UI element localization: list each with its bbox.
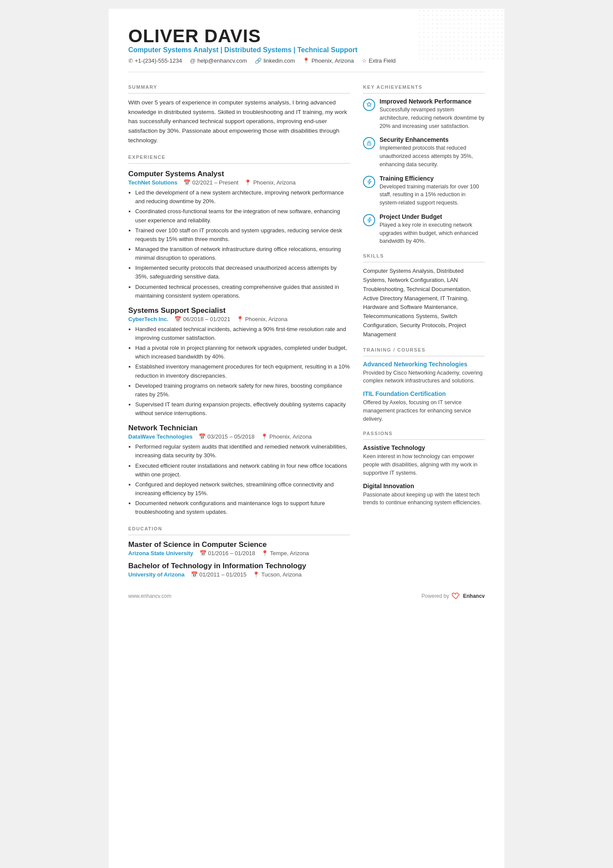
location-icon: 📍 xyxy=(303,57,310,64)
ach-desc-1: Successfully revamped system architectur… xyxy=(380,106,485,130)
lock-icon xyxy=(366,140,372,146)
email-contact: @ help@enhancv.com xyxy=(190,57,247,64)
footer: www.enhancv.com Powered by Enhancv xyxy=(128,593,485,600)
bullet-1-1: Led the development of a new system arch… xyxy=(135,188,350,206)
brand-name: Enhancv xyxy=(463,593,485,599)
bullet-3-2: Executed efficient router installations … xyxy=(135,462,350,479)
bullet-2-5: Supervised IT team during expansion proj… xyxy=(135,400,350,418)
left-column: SUMMARY With over 5 years of experience … xyxy=(128,77,350,580)
achievement-icon-3 xyxy=(363,176,375,188)
bullets-3: Performed regular system audits that ide… xyxy=(128,442,350,516)
achievement-3: Training Efficiency Developed training m… xyxy=(363,175,485,207)
job-meta-1: TechNet Solutions 📅 02/2021 – Present 📍 … xyxy=(128,179,350,186)
edu-loc-icon-1: 📍 xyxy=(261,550,268,556)
education-divider xyxy=(128,535,350,535)
ach-desc-2: Implemented protocols that reduced unaut… xyxy=(380,144,485,168)
header-divider xyxy=(128,72,485,72)
skills-section-title: SKILLS xyxy=(363,253,485,258)
job-title-3: Network Technician xyxy=(128,424,350,432)
dates-2: 📅 06/2018 – 01/2021 xyxy=(174,316,230,322)
bullet-2-1: Handled escalated technical incidents, a… xyxy=(135,325,350,342)
school-2: University of Arizona xyxy=(128,571,185,578)
job-title-1: Computer Systems Analyst xyxy=(128,170,350,178)
extra-icon: ☆ xyxy=(362,57,367,64)
main-content: SUMMARY With over 5 years of experience … xyxy=(128,77,485,580)
edu-cal-icon-2: 📅 xyxy=(191,571,198,578)
experience-section-title: EXPERIENCE xyxy=(128,154,350,160)
course-desc-1: Provided by Cisco Networking Academy, co… xyxy=(363,369,485,385)
enhancv-heart-icon xyxy=(451,593,461,600)
dates-3: 📅 03/2015 – 05/2018 xyxy=(199,433,254,440)
company-1: TechNet Solutions xyxy=(128,179,177,186)
extra-contact: ☆ Extra Field xyxy=(362,57,396,64)
passions-section-title: PASSIONS xyxy=(363,431,485,436)
summary-text: With over 5 years of experience in compu… xyxy=(128,98,350,145)
bullets-1: Led the development of a new system arch… xyxy=(128,188,350,300)
company-3: DataWave Technologies xyxy=(128,433,193,440)
bullet-3-3: Configured and deployed network switches… xyxy=(135,480,350,498)
linkedin-contact: 🔗 linkedin.com xyxy=(255,57,295,64)
ach-title-3: Training Efficiency xyxy=(380,175,485,182)
passions-divider xyxy=(363,439,485,440)
enhancv-logo: Powered by Enhancv xyxy=(422,593,485,600)
edu-cal-icon-1: 📅 xyxy=(200,550,207,556)
lightning-icon-1 xyxy=(366,179,372,185)
passion-desc-1: Keen interest in how technology can empo… xyxy=(363,452,485,477)
course-desc-2: Offered by Axelos, focusing on IT servic… xyxy=(363,399,485,423)
phone-contact: ✆ +1-(234)-555-1234 xyxy=(128,57,182,64)
achievement-4: Project Under Budget Played a key role i… xyxy=(363,213,485,245)
bullets-2: Handled escalated technical incidents, a… xyxy=(128,325,350,418)
location-value: Phoenix, Arizona xyxy=(311,57,354,64)
edu-dates-2: 📅 01/2011 – 01/2015 xyxy=(191,571,247,578)
job-meta-2: CyberTech Inc. 📅 06/2018 – 01/2021 📍 Pho… xyxy=(128,316,350,322)
skills-text: Computer Systems Analysis, Distributed S… xyxy=(363,267,485,339)
ach-title-1: Improved Network Performance xyxy=(380,98,485,105)
education-section-title: EDUCATION xyxy=(128,526,350,531)
passion-desc-2: Passionate about keeping up with the lat… xyxy=(363,491,485,507)
calendar-icon-3: 📅 xyxy=(199,433,206,440)
achievement-icon-2 xyxy=(363,137,375,149)
ach-title-4: Project Under Budget xyxy=(380,213,485,220)
passion-title-2: Digital Innovation xyxy=(363,483,485,489)
email-value: help@enhancv.com xyxy=(197,57,247,64)
email-icon: @ xyxy=(190,57,196,64)
summary-divider xyxy=(128,93,350,94)
bullet-1-6: Documented technical processes, creating… xyxy=(135,283,350,300)
achievement-content-4: Project Under Budget Played a key role i… xyxy=(380,213,485,245)
star-icon xyxy=(366,102,372,108)
edu-loc-2: 📍 Tucson, Arizona xyxy=(253,571,302,578)
degree-2: Bachelor of Technology in Information Te… xyxy=(128,562,350,570)
edu-loc-icon-2: 📍 xyxy=(253,571,260,578)
bullet-2-4: Developed training programs on network s… xyxy=(135,382,350,399)
calendar-icon-2: 📅 xyxy=(174,316,181,322)
phone-icon: ✆ xyxy=(128,57,133,64)
location-2: 📍 Phoenix, Arizona xyxy=(237,316,288,322)
dates-1: 📅 02/2021 – Present xyxy=(183,179,238,186)
bullet-1-3: Trained over 100 staff on IT protocols a… xyxy=(135,226,350,244)
location-contact: 📍 Phoenix, Arizona xyxy=(303,57,354,64)
linkedin-value: linkedin.com xyxy=(263,57,295,64)
job-title-2: Systems Support Specialist xyxy=(128,306,350,315)
school-1: Arizona State University xyxy=(128,550,193,556)
course-title-2: ITIL Foundation Certification xyxy=(363,390,485,397)
lightning-icon-2 xyxy=(366,217,372,223)
achievement-icon-4 xyxy=(363,214,375,226)
loc-icon-2: 📍 xyxy=(237,316,243,322)
skills-divider xyxy=(363,262,485,262)
achievement-content-3: Training Efficiency Developed training m… xyxy=(380,175,485,207)
bullet-1-2: Coordinated cross-functional teams for t… xyxy=(135,207,350,225)
edu-meta-2: University of Arizona 📅 01/2011 – 01/201… xyxy=(128,571,350,578)
achievements-section-title: KEY ACHIEVEMENTS xyxy=(363,84,485,90)
achievement-1: Improved Network Performance Successfull… xyxy=(363,98,485,130)
passion-title-1: Assistive Technology xyxy=(363,444,485,451)
loc-icon-3: 📍 xyxy=(261,433,268,440)
achievement-icon-1 xyxy=(363,99,375,111)
degree-1: Master of Science in Computer Science xyxy=(128,540,350,549)
achievement-2: Security Enhancements Implemented protoc… xyxy=(363,136,485,168)
location-3: 📍 Phoenix, Arizona xyxy=(261,433,312,440)
achievements-divider xyxy=(363,93,485,94)
calendar-icon-1: 📅 xyxy=(183,179,190,186)
bullet-1-4: Managed the transition of network infras… xyxy=(135,245,350,262)
loc-icon-1: 📍 xyxy=(244,179,251,186)
ach-title-2: Security Enhancements xyxy=(380,136,485,143)
